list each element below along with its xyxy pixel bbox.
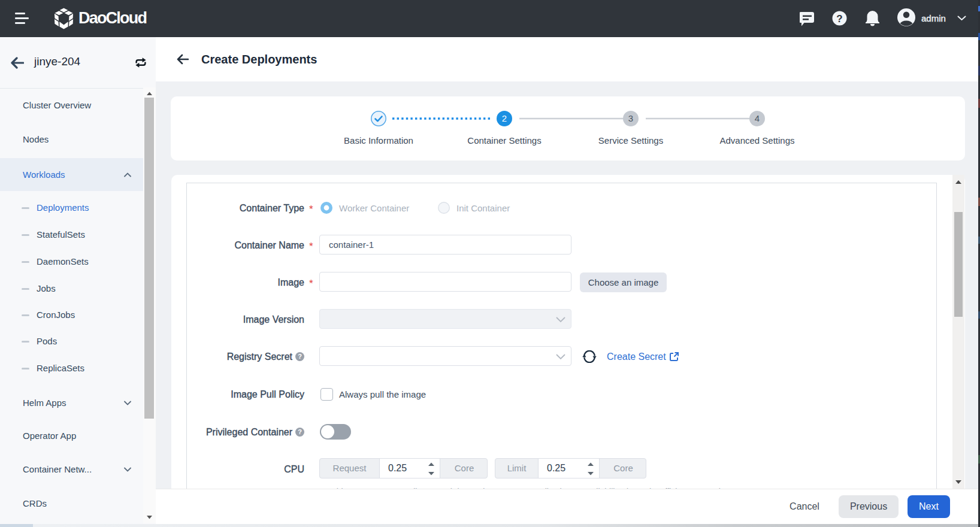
svg-text:?: ? — [836, 13, 842, 25]
svg-text:?: ? — [298, 428, 302, 435]
svg-text:?: ? — [298, 353, 302, 360]
